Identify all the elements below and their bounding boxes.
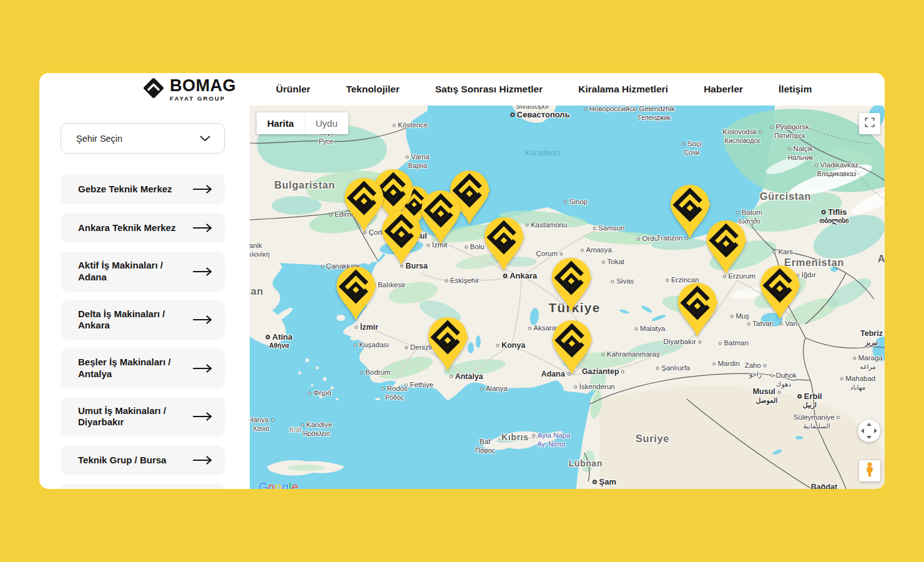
- right-arrow-icon: [193, 456, 212, 465]
- location-list: Gebze Teknik MerkezAnkara Teknik MerkezA…: [61, 174, 225, 489]
- page-background: BOMAG FAYAT GROUP ÜrünlerTeknolojilerSat…: [0, 0, 924, 562]
- right-arrow-icon: [193, 185, 212, 194]
- pegman-icon: [864, 462, 875, 480]
- pan-control[interactable]: [858, 420, 880, 442]
- location-item-gebze-teknik-merkez[interactable]: Gebze Teknik Merkez: [61, 174, 225, 204]
- nav-item-ürünler[interactable]: Ürünler: [276, 84, 310, 95]
- satellite-type-button[interactable]: Uydu: [305, 112, 348, 134]
- map-marker-4[interactable]: [343, 178, 385, 233]
- location-item-aktif-i-ş-makinaları-adana[interactable]: Aktif İş Makinaları / Adana: [61, 252, 225, 292]
- location-label: Aktif İş Makinaları / Adana: [78, 260, 184, 283]
- nav-item-kiralama-hizmetleri[interactable]: Kiralama Hizmetleri: [578, 84, 668, 95]
- city-select-placeholder: Şehir Seçin: [76, 134, 122, 144]
- map-type-button[interactable]: Harita: [257, 112, 305, 134]
- map-marker-15[interactable]: [551, 320, 592, 375]
- pan-up-icon: [867, 423, 872, 426]
- brand-logo[interactable]: BOMAG FAYAT GROUP: [142, 77, 236, 102]
- brand-name: BOMAG: [170, 77, 236, 94]
- location-item-beşler-i-ş-makinaları-antalya[interactable]: Beşler İş Makinaları / Antalya: [61, 348, 225, 388]
- location-label: Gebze Teknik Merkez: [78, 184, 172, 195]
- location-label: Umut İş Makinaları / Diyarbakır: [78, 405, 184, 429]
- map-marker-5[interactable]: [669, 185, 710, 240]
- pan-right-icon: [874, 428, 877, 433]
- google-attribution-logo[interactable]: Google: [258, 480, 298, 489]
- chevron-down-icon: [200, 133, 210, 144]
- location-label: Teknik Grup / Bursa: [78, 455, 166, 466]
- right-arrow-icon: [193, 267, 212, 276]
- nav-item-satış-sonrası-hizmetler[interactable]: Satış Sonrası Hizmetler: [435, 84, 543, 95]
- map-marker-10[interactable]: [551, 258, 592, 313]
- map-markers: [250, 106, 885, 489]
- content-card: BOMAG FAYAT GROUP ÜrünlerTeknolojilerSat…: [39, 73, 885, 489]
- map-marker-12[interactable]: [335, 267, 376, 322]
- fullscreen-button[interactable]: [859, 113, 880, 134]
- map-marker-13[interactable]: [677, 283, 718, 338]
- nav-item-haberler[interactable]: Haberler: [704, 84, 743, 95]
- sidebar: Şehir Seçin Gebze Teknik MerkezAnkara Te…: [39, 106, 250, 489]
- location-item-teknik-grup-bursa[interactable]: Teknik Grup / Bursa: [61, 445, 225, 475]
- city-select-dropdown[interactable]: Şehir Seçin: [61, 123, 225, 154]
- location-item-ankara-teknik-merkez[interactable]: Ankara Teknik Merkez: [61, 213, 225, 243]
- nav-item-i-letişim[interactable]: İletişim: [779, 84, 812, 95]
- right-arrow-icon: [193, 224, 212, 232]
- location-label: Delta İş Makinaları / Ankara: [78, 308, 184, 332]
- location-item-umut-i-ş-makinaları-diyarbakır[interactable]: Umut İş Makinaları / Diyarbakır: [61, 397, 225, 437]
- fullscreen-icon: [863, 116, 876, 131]
- map-type-control: Harita Uydu: [257, 112, 348, 134]
- map-marker-14[interactable]: [427, 317, 468, 372]
- bomag-diamond-logo-icon: [142, 77, 165, 102]
- map-marker-6[interactable]: [420, 190, 461, 245]
- right-arrow-icon: [193, 364, 212, 373]
- map-marker-11[interactable]: [759, 265, 800, 320]
- pan-left-icon: [861, 428, 864, 433]
- brand-tagline: FAYAT GROUP: [170, 96, 236, 102]
- map-canvas[interactable]: BulgaristanTürkiyeGürcistanErmenistanAze…: [250, 106, 885, 489]
- map-marker-8[interactable]: [483, 217, 524, 272]
- location-item-delta-i-ş-makinaları-ankara[interactable]: Delta İş Makinaları / Ankara: [61, 300, 225, 340]
- map-marker-7[interactable]: [381, 211, 422, 266]
- location-label: Beşler İş Makinaları / Antalya: [78, 357, 184, 380]
- pegman-streetview-control[interactable]: [859, 460, 880, 481]
- pan-down-icon: [867, 436, 872, 439]
- map-marker-9[interactable]: [705, 220, 747, 275]
- location-item-teknik-grup-i-stanbul-arnavutköy[interactable]: Teknik Grup / İstanbul - Arnavutköy: [61, 484, 225, 489]
- location-label: Ankara Teknik Merkez: [78, 222, 175, 234]
- nav-item-teknolojiler[interactable]: Teknolojiler: [346, 84, 400, 95]
- right-arrow-icon: [193, 315, 212, 324]
- main-nav: ÜrünlerTeknolojilerSatış Sonrası Hizmetl…: [276, 84, 812, 95]
- header: BOMAG FAYAT GROUP ÜrünlerTeknolojilerSat…: [39, 73, 885, 106]
- right-arrow-icon: [193, 412, 212, 421]
